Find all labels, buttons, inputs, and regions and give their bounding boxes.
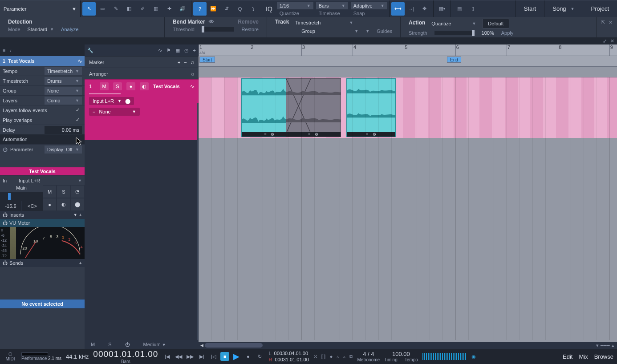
loop-button[interactable]: ↻ [255, 352, 264, 361]
precount-icon[interactable]: ⧉ [349, 354, 353, 360]
info-icon[interactable]: i [10, 48, 11, 53]
arrow-tool[interactable]: ↖ [82, 2, 96, 16]
clock-icon[interactable]: ◷ [184, 48, 189, 53]
prev-marker-button[interactable]: |◁ [209, 352, 218, 361]
layers-dropdown[interactable]: Comp▼ [45, 97, 82, 105]
inserts-power-icon[interactable]: ⏻ [3, 212, 8, 218]
track-ts-dropdown[interactable]: Timestretch▼ [295, 20, 353, 25]
marker-set-icon[interactable]: ⤭ [313, 354, 317, 360]
marker-music-icon[interactable]: ♫ [191, 60, 194, 65]
audio-clip-3[interactable]: ≡⚙ [346, 78, 396, 137]
layers-icon[interactable]: ▦ [175, 48, 180, 53]
mute-tool[interactable]: ✚ [162, 2, 176, 16]
add-insert-icon[interactable]: + [79, 212, 82, 218]
input-toggle-icon[interactable]: ⬤ [125, 98, 130, 104]
restore-button[interactable]: Restore [241, 27, 259, 32]
global-mute[interactable]: M [91, 342, 95, 347]
gear-icon[interactable]: ⚙ [271, 132, 274, 137]
arranger-music-icon[interactable]: ♫ [191, 71, 194, 77]
track-output-dropdown[interactable]: ≡None▼ [89, 108, 140, 116]
loop-left-value[interactable]: 00030.04.01.00 [274, 351, 308, 356]
close-strip-icon[interactable]: ✕ [610, 38, 614, 44]
remove-button[interactable]: Remove [238, 19, 259, 25]
arrange-body[interactable]: ≡⚙ ≡⚙ ≡⚙ [199, 77, 617, 340]
rewind-button[interactable]: ◀◀ [174, 352, 183, 361]
gain-value[interactable]: -15.6 [0, 201, 21, 211]
fade-handle-icon[interactable]: ≡ [308, 132, 310, 137]
list-icon[interactable]: ≡ [3, 48, 5, 53]
track-solo-button[interactable]: S [113, 82, 122, 90]
monitor-button[interactable]: ◐ [57, 198, 70, 211]
mute-button[interactable]: M [43, 185, 57, 198]
arrange-view[interactable]: 4/4 123456789 Start End ≡⚙ [199, 44, 617, 349]
autopunch-icon[interactable]: ▵ [337, 354, 339, 360]
track-height-dropdown[interactable]: Medium ▼ [143, 342, 166, 347]
quantize-value-dropdown[interactable]: 1/16▼ [277, 2, 313, 9]
default-preset[interactable]: Default [482, 19, 509, 28]
eye-icon[interactable]: 👁 [209, 19, 214, 25]
play-button[interactable]: ▶ [232, 352, 241, 361]
tempo-value[interactable]: 100.00 [392, 351, 410, 357]
track-group-dropdown[interactable]: Group▼ [301, 28, 358, 34]
zoom-in-icon[interactable]: ▴ [612, 343, 614, 348]
track-input-dropdown[interactable]: Input L+R▼⬤ [89, 97, 134, 105]
range-tool[interactable]: ▭ [96, 2, 109, 16]
horizontal-scrollbar[interactable]: ◀ ▾ ━━━ ▴ [199, 342, 617, 349]
marker-lane[interactable]: Start End [199, 56, 617, 67]
input-dropdown[interactable]: Input L+R [10, 178, 78, 183]
remove-marker-icon[interactable]: − [184, 60, 187, 65]
grid-icon[interactable]: ▦▾ [435, 2, 449, 16]
tempo-mode-dropdown[interactable]: Timestretch▼ [45, 67, 82, 75]
record-button[interactable]: ● [244, 352, 252, 361]
pan-value[interactable]: <C> [21, 201, 43, 211]
parameter-menu[interactable]: Parameter ▼ [0, 0, 80, 17]
tab-song[interactable]: Song▼ [544, 0, 582, 17]
track-record-button[interactable]: ● [126, 82, 135, 90]
global-power-icon[interactable]: ⏻ [125, 342, 130, 347]
close-icon[interactable]: ✕ [609, 20, 613, 35]
inspector-track-chip[interactable]: 1 Test Vocals ∿ [0, 56, 85, 66]
loop-right-value[interactable]: 00031.01.01.00 [275, 357, 308, 362]
timeline-ruler[interactable]: 4/4 123456789 [199, 44, 617, 56]
sends-power-icon[interactable]: ⏻ [3, 260, 8, 266]
transport-position[interactable]: 00001.01.01.00 [93, 349, 158, 359]
strength-slider[interactable] [434, 31, 475, 35]
ff-icon[interactable]: ⏩ [207, 2, 220, 16]
detach-icon[interactable]: ⇱ [601, 20, 605, 35]
mixer-track-chip[interactable]: Test Vocals [0, 167, 85, 175]
erase-tool[interactable]: ◧ [122, 2, 136, 16]
master-knob-icon[interactable]: ◉ [471, 354, 476, 360]
gear-icon[interactable]: ⚙ [315, 132, 318, 137]
display-dropdown[interactable]: Display: Off▼ [45, 146, 82, 154]
arranger-lane[interactable] [199, 67, 617, 77]
mix-view-button[interactable]: Mix [579, 353, 588, 360]
panel-toggle-icon[interactable]: ▤ [453, 2, 466, 16]
action-dropdown[interactable]: Quantize▼ [431, 21, 476, 26]
browse-view-button[interactable]: Browse [594, 353, 613, 360]
action-icon[interactable]: ⤵ [247, 2, 260, 16]
help-tool[interactable]: ? [193, 2, 207, 16]
preroll-icon[interactable]: ● [330, 354, 333, 360]
add-track-icon[interactable]: + [193, 48, 196, 53]
time-signature[interactable]: 4 / 4 [363, 351, 374, 357]
wrench-icon[interactable]: 🔧 [87, 48, 93, 53]
forward-button[interactable]: ▶▶ [186, 352, 195, 361]
panel2-toggle-icon[interactable]: ▯ [466, 2, 479, 16]
start-marker[interactable]: Start [199, 57, 215, 63]
forward-end-button[interactable]: ▶| [197, 352, 206, 361]
automation-read-icon[interactable]: ◔ [71, 185, 85, 198]
track-header-vocals[interactable]: 1 M S ● ◐ Test Vocals ∿ Input L+R▼⬤ ≡Non… [85, 79, 199, 140]
tab-start[interactable]: Start [516, 0, 544, 17]
fade-handle-icon[interactable]: ≡ [264, 132, 266, 137]
normalize-icon[interactable]: ⇵ [220, 2, 233, 16]
apply-button[interactable]: Apply [501, 30, 514, 36]
automation-lane-icon[interactable]: ∿ [158, 48, 162, 53]
play-overlaps-checkbox[interactable]: ✓ [73, 117, 82, 123]
split-tool[interactable]: ▥ [149, 2, 162, 16]
group-dropdown[interactable]: None▼ [45, 87, 82, 95]
zoom-slider[interactable]: ━━━ [601, 343, 610, 348]
expand-icon[interactable]: ⤢ [603, 38, 607, 44]
delay-value[interactable]: 0.00 ms [45, 126, 82, 134]
snap-toggle[interactable]: ⟷ [391, 2, 405, 16]
arranger-track[interactable]: Arranger ♫ [85, 68, 199, 79]
